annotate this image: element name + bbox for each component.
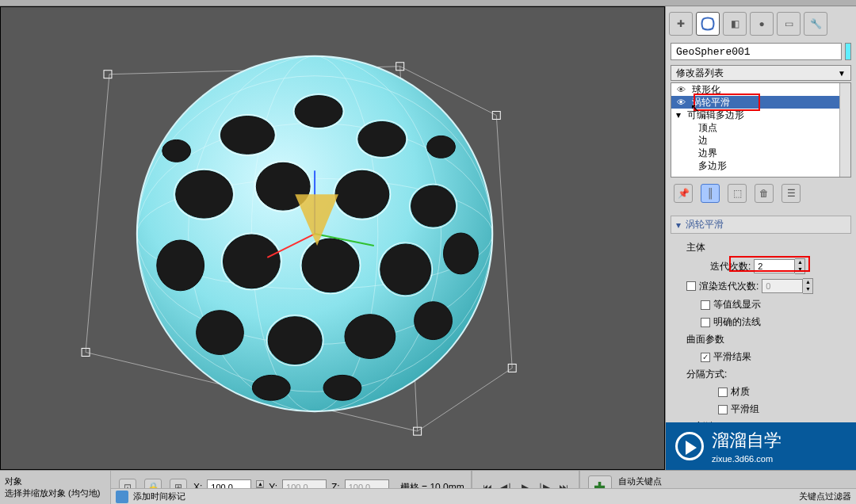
subobject-vertex[interactable]: 顶点 [671,121,850,134]
svg-point-30 [252,375,290,400]
isoline-label: 等值线显示 [713,298,761,311]
utilities-tab[interactable]: 🔧 [804,12,827,36]
svg-point-28 [345,315,396,359]
chevron-down-icon: ▼ [838,69,846,78]
pin-stack-button[interactable]: 📌 [674,184,693,203]
iterations-input[interactable] [754,259,795,273]
stack-toolbar: 📌 ║ ⬚ 🗑 ☰ [666,179,856,208]
add-time-tag-label[interactable]: 添加时间标记 [133,491,185,502]
visibility-eye-icon[interactable]: 👁 [674,97,687,108]
surface-params-label: 曲面参数 [686,333,724,346]
configure-sets-button[interactable]: ☰ [781,184,801,203]
svg-point-27 [268,317,322,365]
remove-modifier-button[interactable]: 🗑 [755,184,774,203]
display-tab[interactable]: ▭ [777,12,801,36]
modifier-stack[interactable]: 👁 球形化 👁 涡轮平滑 ▾ 可编辑多边形 顶点 边 边界 多边形 ↖ [671,82,851,178]
spin-up-icon[interactable]: ▲ [795,259,804,266]
isoline-checkbox[interactable] [701,300,710,310]
collapse-icon: ▾ [676,220,681,231]
main-section-label: 主体 [686,241,705,254]
svg-point-25 [444,233,479,274]
material-label: 材质 [731,385,750,399]
perspective-viewport[interactable] [0,6,665,470]
subobject-edge[interactable]: 边 [671,134,850,147]
time-tag-bar: 添加时间标记 关键点过滤器 [111,488,856,504]
material-checkbox[interactable] [718,388,728,397]
object-color-swatch[interactable] [845,43,851,60]
smooth-result-label: 平滑结果 [713,350,751,364]
modifier-list-label: 修改器列表 [676,67,724,80]
create-tab[interactable]: ✚ [669,12,693,36]
svg-point-29 [415,302,453,340]
command-panel: ✚ ◧ ● ▭ 🔧 修改器列表 ▼ 👁 球形化 👁 涡轮平滑 ▾ 可编辑多边形 … [665,6,856,470]
watermark-brand: 溜溜自学 [712,429,781,452]
stack-label: 涡轮平滑 [692,96,730,109]
watermark-url: zixue.3d66.com [712,454,781,464]
svg-point-14 [220,116,274,155]
svg-point-26 [197,311,244,355]
rollout-title: 涡轮平滑 [686,218,724,231]
svg-point-20 [411,185,456,227]
make-unique-button[interactable]: ⬚ [728,184,747,203]
hierarchy-tab[interactable]: ◧ [723,12,747,36]
top-toolbar [0,0,856,6]
iterations-label: 迭代次数: [710,260,751,273]
stack-scrollbar[interactable] [839,83,850,177]
svg-point-31 [323,375,361,400]
svg-point-32 [162,139,191,162]
autokey-button[interactable]: 自动关键点 [618,475,662,487]
play-icon [675,432,704,460]
prompt-line2: 选择并缩放对象 (均匀地) [5,487,105,499]
iterations-spinner[interactable]: ▲▼ [754,258,805,274]
render-iter-label: 渲染迭代次数: [699,280,759,293]
stack-item-spherify[interactable]: 👁 球形化 [671,83,850,96]
show-end-result-button[interactable]: ║ [701,184,720,203]
smooth-result-checkbox[interactable] [701,353,710,362]
stack-item-turbosmooth[interactable]: 👁 涡轮平滑 [671,96,850,109]
motion-tab[interactable]: ● [750,12,774,36]
spin-down-icon[interactable]: ▼ [795,266,804,273]
explicit-normals-checkbox[interactable] [701,318,710,327]
object-name-field[interactable] [671,43,842,60]
expand-icon[interactable]: ▾ [674,109,682,120]
separate-by-label: 分隔方式: [686,368,727,381]
stack-label: 可编辑多边形 [687,109,744,122]
prompt-area: 对象 选择并缩放对象 (均匀地) [0,471,111,504]
prompt-line1: 对象 [5,475,105,487]
svg-point-23 [302,239,359,292]
modify-tab[interactable] [696,12,720,36]
stack-label: 球形化 [692,83,720,97]
svg-point-24 [380,244,431,295]
subobject-polygon[interactable]: 多边形 [671,159,850,172]
key-filters-label[interactable]: 关键点过滤器 [799,491,851,502]
watermark-banner: 溜溜自学 zixue.3d66.com [666,422,856,470]
rollout-turbosmooth-header[interactable]: ▾ 涡轮平滑 [671,216,851,234]
subobject-border[interactable]: 边界 [671,147,850,159]
svg-point-33 [427,136,456,158]
render-iter-input [762,279,803,293]
smooth-group-checkbox[interactable] [718,405,728,414]
svg-point-19 [335,170,389,218]
stack-item-editable-poly[interactable]: ▾ 可编辑多边形 [671,109,850,121]
explicit-normals-label: 明确的法线 [713,315,761,329]
time-tag-icon[interactable] [116,491,128,503]
svg-point-15 [295,96,342,128]
render-iter-checkbox[interactable] [686,281,696,291]
smooth-group-label: 平滑组 [731,403,759,416]
svg-point-22 [223,235,280,288]
render-iter-spinner: ▲▼ [762,278,813,294]
svg-point-21 [157,240,204,291]
modifier-list-dropdown[interactable]: 修改器列表 ▼ [671,65,851,81]
svg-point-17 [176,170,233,218]
svg-point-16 [358,122,406,157]
visibility-eye-icon[interactable]: 👁 [674,84,687,95]
